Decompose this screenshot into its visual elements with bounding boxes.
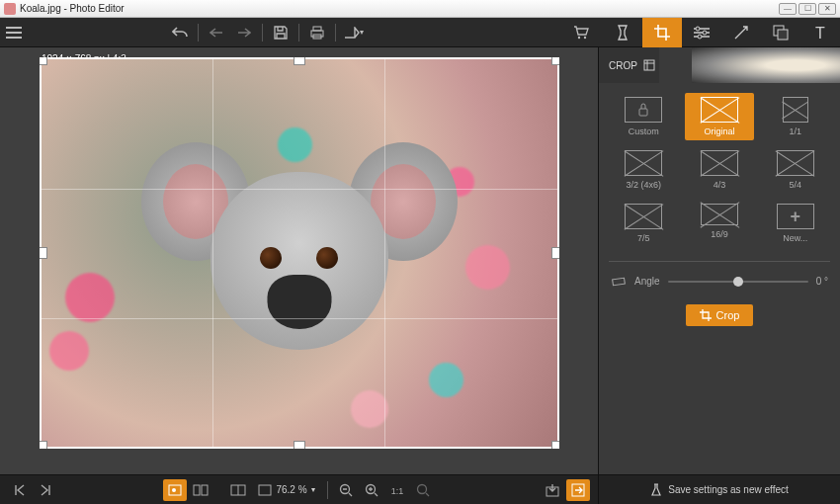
- svg-rect-9: [778, 30, 788, 40]
- minimize-button[interactable]: —: [779, 3, 797, 15]
- mode-text-icon[interactable]: T: [800, 18, 840, 47]
- svg-text:1:1: 1:1: [390, 486, 403, 496]
- zoom-display[interactable]: 76.2 % ▾: [252, 484, 320, 496]
- view-compare-icon[interactable]: [226, 479, 250, 501]
- svg-rect-13: [194, 485, 200, 495]
- svg-point-5: [696, 27, 700, 31]
- crop-icon: [700, 309, 712, 321]
- back-icon[interactable]: [203, 19, 230, 46]
- svg-point-6: [703, 31, 707, 35]
- app-icon: [4, 3, 16, 15]
- crop-handle-bl[interactable]: [40, 441, 47, 449]
- next-icon[interactable]: [34, 479, 57, 501]
- ratio-new[interactable]: + New...: [760, 200, 830, 247]
- save-effect-button[interactable]: Save settings as new effect: [599, 474, 840, 504]
- crop-handle-r[interactable]: [551, 247, 559, 259]
- mode-retouch-icon[interactable]: [721, 18, 761, 47]
- angle-slider[interactable]: [668, 281, 808, 283]
- ratio-4-3[interactable]: 4/3: [685, 146, 755, 194]
- svg-point-20: [417, 484, 426, 493]
- svg-rect-14: [202, 485, 208, 495]
- flask-icon: [650, 483, 662, 497]
- svg-point-7: [698, 35, 702, 39]
- mode-adjust-icon[interactable]: [682, 18, 721, 47]
- svg-rect-16: [259, 485, 271, 495]
- crop-handle-b[interactable]: [294, 441, 305, 449]
- import-icon[interactable]: [541, 479, 564, 501]
- close-button[interactable]: ✕: [818, 3, 836, 15]
- crop-button[interactable]: Crop: [686, 304, 754, 326]
- svg-point-3: [578, 36, 580, 38]
- zoom-value: 76.2 %: [276, 484, 306, 495]
- zoom-in-icon[interactable]: [360, 479, 383, 501]
- svg-point-12: [172, 488, 176, 492]
- zoom-fit-icon[interactable]: [411, 479, 435, 501]
- top-toolbar: ▾ T: [0, 18, 840, 47]
- zoom-out-icon[interactable]: [334, 479, 358, 501]
- ratio-custom[interactable]: Custom: [609, 93, 679, 140]
- view-split-icon[interactable]: [189, 479, 212, 501]
- ratio-3-2[interactable]: 3/2 (4x6): [609, 146, 679, 194]
- svg-rect-25: [613, 278, 626, 286]
- forward-icon[interactable]: [230, 19, 258, 46]
- mode-layers-icon[interactable]: [761, 18, 800, 47]
- crop-panel: CROP Custom Original 1/1 3/2 (4x6): [598, 47, 840, 504]
- svg-rect-24: [639, 109, 647, 116]
- svg-text:T: T: [815, 25, 825, 41]
- export-image-icon[interactable]: [566, 479, 590, 501]
- angle-value: 0 °: [816, 276, 828, 287]
- zoom-100-icon[interactable]: 1:1: [385, 479, 409, 501]
- print-icon[interactable]: [303, 19, 331, 46]
- crop-handle-tl[interactable]: [40, 57, 47, 65]
- maximize-button[interactable]: ☐: [798, 3, 816, 15]
- view-single-icon[interactable]: [163, 479, 187, 501]
- crop-frame[interactable]: [40, 57, 559, 449]
- crop-handle-t[interactable]: [294, 57, 305, 65]
- angle-icon: [611, 277, 627, 287]
- crop-handle-tr[interactable]: [551, 57, 559, 65]
- mode-effects-icon[interactable]: [603, 18, 642, 47]
- window-title: Koala.jpg - Photo Editor: [20, 3, 125, 14]
- titlebar: Koala.jpg - Photo Editor — ☐ ✕: [0, 0, 840, 18]
- export-icon[interactable]: ▾: [340, 19, 368, 46]
- menu-icon[interactable]: [0, 19, 28, 46]
- undo-icon[interactable]: [166, 19, 194, 46]
- panel-header: CROP: [599, 47, 840, 83]
- ratio-7-5[interactable]: 7/5: [609, 200, 679, 247]
- image-canvas[interactable]: [40, 57, 559, 449]
- ratio-1-1[interactable]: 1/1: [760, 93, 830, 140]
- panel-title: CROP: [609, 60, 637, 71]
- prev-icon[interactable]: [8, 479, 32, 501]
- ratio-original[interactable]: Original: [685, 93, 755, 140]
- svg-point-4: [584, 36, 586, 38]
- save-icon[interactable]: [267, 19, 294, 46]
- crop-handle-l[interactable]: [40, 247, 47, 259]
- cart-icon[interactable]: [567, 19, 595, 46]
- ratio-5-4[interactable]: 5/4: [760, 146, 830, 194]
- svg-rect-0: [313, 27, 321, 31]
- canvas-area: 1024 × 768 px | 4:3: [0, 47, 598, 504]
- svg-rect-23: [644, 60, 654, 70]
- bottom-toolbar: 76.2 % ▾ 1:1: [0, 474, 598, 504]
- angle-label: Angle: [634, 276, 660, 287]
- mode-crop-icon[interactable]: [642, 18, 682, 47]
- ratio-16-9[interactable]: 16/9: [685, 200, 755, 247]
- crop-handle-br[interactable]: [551, 441, 559, 449]
